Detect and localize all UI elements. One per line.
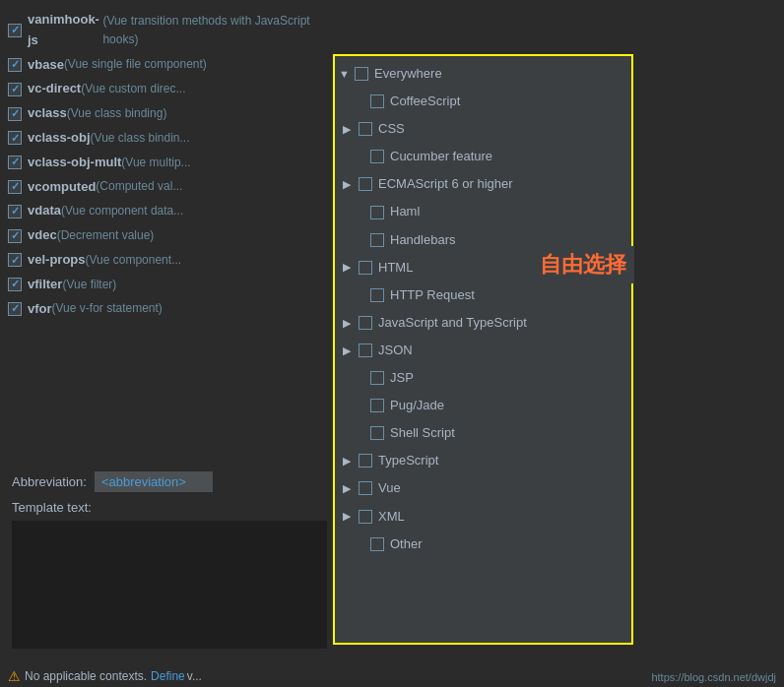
checkbox-vfilter[interactable] <box>8 278 22 291</box>
checkbox-css[interactable] <box>359 122 372 136</box>
checkbox-shellscript[interactable] <box>370 426 384 440</box>
dropdown-item-typescript[interactable]: ▶ TypeScript <box>335 447 631 474</box>
url-watermark: https://blog.csdn.net/dwjdj <box>651 671 776 683</box>
checkbox-cucumber[interactable] <box>370 150 384 163</box>
dropdown-item-coffeescript[interactable]: ▶ CoffeeScript <box>335 88 631 115</box>
checkbox-vdata[interactable] <box>8 205 22 219</box>
checkbox-everywhere[interactable] <box>355 67 368 81</box>
status-warning-text: No applicable contexts. <box>25 669 147 683</box>
snippet-vc-direct[interactable]: vc-direct (Vue custom direc... <box>0 77 335 101</box>
checkbox-jsp[interactable] <box>370 371 384 385</box>
snippet-vanimhook-js[interactable]: vanimhook-js (Vue transition methods wit… <box>0 8 335 53</box>
snippet-vcomputed[interactable]: vcomputed (Computed val... <box>0 175 335 200</box>
snippet-vclass-obj-mult[interactable]: vclass-obj-mult (Vue multip... <box>0 151 335 175</box>
snippet-name: vdata <box>28 201 61 221</box>
item-label-other: Other <box>390 533 423 555</box>
checkbox-vclass-obj-mult[interactable] <box>8 156 22 169</box>
snippet-vbase[interactable]: vbase (Vue single file component) <box>0 53 335 78</box>
checkbox-vcomputed[interactable] <box>8 180 22 194</box>
item-label-ecmascript: ECMAScript 6 or higher <box>378 173 513 195</box>
checkbox-vbase[interactable] <box>8 58 22 72</box>
expand-arrow-everywhere: ▼ <box>339 65 355 84</box>
abbreviation-row: Abbreviation: <abbreviation> <box>12 471 323 492</box>
checkbox-vanimhook-js[interactable] <box>8 24 22 37</box>
context-dropdown[interactable]: ▼ Everywhere ▶ CoffeeScript ▶ CSS ▶ Cucu… <box>333 54 633 645</box>
item-label-cucumber: Cucumber feature <box>390 146 492 167</box>
dropdown-item-html[interactable]: ▶ HTML <box>335 254 631 281</box>
checkbox-xml[interactable] <box>359 510 372 524</box>
checkbox-vel-props[interactable] <box>8 253 22 267</box>
dropdown-item-handlebars[interactable]: ▶ Handlebars <box>335 226 631 254</box>
item-label-handlebars: Handlebars <box>390 229 456 251</box>
snippet-name: vclass-obj-mult <box>28 153 121 173</box>
dropdown-item-ecmascript[interactable]: ▶ ECMAScript 6 or higher <box>335 170 631 198</box>
checkbox-other[interactable] <box>370 537 384 551</box>
snippet-list: vanimhook-js (Vue transition methods wit… <box>0 0 335 687</box>
snippet-vdata[interactable]: vdata (Vue component data... <box>0 199 335 223</box>
dropdown-item-everywhere[interactable]: ▼ Everywhere <box>335 60 631 88</box>
warning-icon: ⚠ <box>8 668 21 684</box>
dropdown-item-http[interactable]: ▶ HTTP Request <box>335 281 631 309</box>
checkbox-vue[interactable] <box>359 481 372 495</box>
dropdown-item-shellscript[interactable]: ▶ Shell Script <box>335 419 631 447</box>
snippet-name: vfor <box>28 299 52 320</box>
checkbox-haml[interactable] <box>370 206 384 219</box>
checkbox-html[interactable] <box>359 261 372 275</box>
dropdown-item-other[interactable]: ▶ Other <box>335 531 631 558</box>
checkbox-coffeescript[interactable] <box>370 94 384 108</box>
template-textarea[interactable] <box>12 521 327 649</box>
expand-arrow-vue: ▶ <box>343 479 359 498</box>
dropdown-item-pugjade[interactable]: ▶ Pug/Jade <box>335 392 631 419</box>
expand-arrow-ecmascript: ▶ <box>343 175 359 194</box>
snippet-vel-props[interactable]: vel-props (Vue component... <box>0 248 335 273</box>
snippet-vdec[interactable]: vdec (Decrement value) <box>0 223 335 248</box>
item-label-jsp: JSP <box>390 367 414 389</box>
snippet-desc: (Vue component... <box>86 251 182 270</box>
dropdown-item-vue[interactable]: ▶ Vue <box>335 474 631 502</box>
checkbox-vfor[interactable] <box>8 302 22 316</box>
expand-arrow-css: ▶ <box>343 120 359 139</box>
checkbox-ecmascript[interactable] <box>359 177 372 191</box>
dropdown-item-cucumber[interactable]: ▶ Cucumber feature <box>335 143 631 170</box>
checkbox-typescript[interactable] <box>359 454 372 468</box>
checkbox-vclass-obj[interactable] <box>8 131 22 145</box>
snippet-desc: (Vue transition methods with JavaScript … <box>102 12 327 49</box>
dropdown-item-javascript[interactable]: ▶ JavaScript and TypeScript <box>335 309 631 337</box>
dropdown-item-json[interactable]: ▶ JSON <box>335 337 631 364</box>
status-bar: ⚠ No applicable contexts. Define v... <box>0 665 335 687</box>
checkbox-javascript[interactable] <box>359 316 372 330</box>
item-label-html: HTML <box>378 257 413 279</box>
snippet-desc: (Vue single file component) <box>64 55 207 74</box>
checkbox-json[interactable] <box>359 344 372 357</box>
snippet-desc: (Vue custom direc... <box>81 80 185 98</box>
expand-arrow-javascript: ▶ <box>343 314 359 333</box>
abbreviation-label: Abbreviation: <box>12 474 87 489</box>
snippet-vfor[interactable]: vfor (Vue v-for statement) <box>0 297 335 322</box>
snippet-desc: (Vue v-for statement) <box>52 299 163 318</box>
snippet-name: vcomputed <box>28 177 96 198</box>
dropdown-item-css[interactable]: ▶ CSS <box>335 115 631 143</box>
snippet-desc: (Decrement value) <box>57 226 155 245</box>
snippet-desc: (Vue filter) <box>62 276 116 294</box>
item-label-javascript: JavaScript and TypeScript <box>378 312 527 334</box>
checkbox-vc-direct[interactable] <box>8 83 22 96</box>
item-label-vue: Vue <box>378 477 401 499</box>
checkbox-vdec[interactable] <box>8 229 22 243</box>
dropdown-item-haml[interactable]: ▶ Haml <box>335 198 631 225</box>
checkbox-pugjade[interactable] <box>370 399 384 412</box>
define-link[interactable]: Define <box>151 669 185 683</box>
checkbox-vclass[interactable] <box>8 107 22 121</box>
item-label-xml: XML <box>378 506 405 528</box>
snippet-name: vbase <box>28 55 64 76</box>
snippet-vclass-obj[interactable]: vclass-obj (Vue class bindin... <box>0 126 335 151</box>
snippet-vclass[interactable]: vclass (Vue class binding) <box>0 101 335 126</box>
checkbox-http[interactable] <box>370 288 384 302</box>
snippet-name: vel-props <box>28 250 86 271</box>
dropdown-item-xml[interactable]: ▶ XML <box>335 503 631 531</box>
snippet-name: vclass-obj <box>28 128 91 149</box>
dropdown-item-jsp[interactable]: ▶ JSP <box>335 364 631 392</box>
item-label-css: CSS <box>378 118 405 140</box>
checkbox-handlebars[interactable] <box>370 233 384 247</box>
snippet-vfilter[interactable]: vfilter (Vue filter) <box>0 273 335 297</box>
abbreviation-input[interactable]: <abbreviation> <box>95 471 213 492</box>
